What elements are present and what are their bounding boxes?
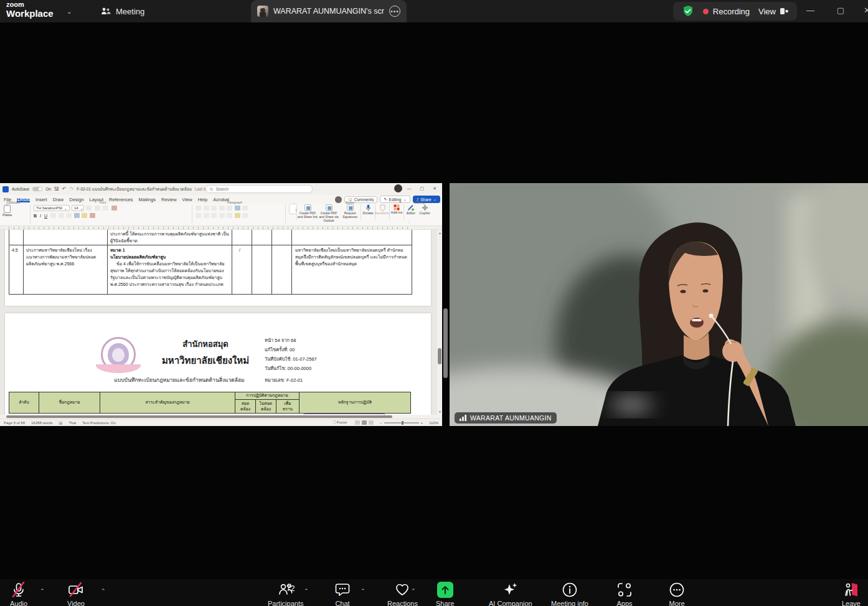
zoom-percent[interactable]: 110% [429, 421, 438, 425]
word-account-avatar[interactable] [394, 184, 402, 192]
chat-button[interactable]: Chat [334, 582, 351, 606]
clear-format-button[interactable] [111, 206, 117, 211]
zoom-slider-thumb[interactable] [402, 421, 403, 425]
addins-button[interactable]: Add-ins [390, 204, 403, 214]
zoom-control[interactable]: −+ [380, 421, 423, 425]
word-hscroll-thumb[interactable] [6, 415, 392, 418]
apps-button[interactable]: Apps [616, 582, 633, 606]
change-case-button[interactable] [103, 206, 108, 211]
line-spacing-button[interactable] [227, 213, 232, 218]
reactions-options-chevron[interactable]: ⌃ [411, 588, 416, 594]
text-predictions[interactable]: Text Predictions: On [82, 421, 116, 425]
grow-font-button[interactable] [86, 206, 92, 211]
sort-button[interactable] [235, 206, 240, 211]
align-left-button[interactable] [196, 213, 201, 218]
participant-video[interactable]: WARARAT AUNMUANGIN [450, 183, 868, 426]
scroll-up-arrow[interactable]: ▲ [438, 231, 441, 235]
word-vertical-scrollbar[interactable]: ▲ ▼ [437, 230, 442, 415]
read-mode-icon[interactable] [355, 420, 360, 425]
page-indicator[interactable]: Page 5 of 68 [4, 421, 25, 425]
word-count[interactable]: 16288 words [31, 421, 52, 425]
meeting-stage: AutoSave On 🖫 ↶ ↷ F-02-01 แบบบันทึกทะเบี… [0, 22, 868, 579]
tab-options-ellipsis-icon[interactable]: ••• [389, 6, 400, 17]
bold-button[interactable]: B [34, 214, 37, 218]
decrease-indent-button[interactable] [219, 206, 225, 211]
superscript-button[interactable] [66, 213, 72, 218]
highlight-button[interactable] [82, 213, 87, 218]
font-color-button[interactable] [90, 213, 95, 218]
create-pdf-share-link-button[interactable]: Create PDF and Share link [297, 204, 318, 219]
chat-options-chevron[interactable]: ⌃ [361, 588, 366, 594]
request-signatures-button[interactable]: Request Signatures [339, 204, 361, 219]
font-name-box[interactable]: TH SarabunPSK⌄ [34, 205, 70, 211]
view-buttons[interactable] [353, 420, 374, 425]
save-icon[interactable]: 🖫 [54, 186, 59, 192]
shading-button[interactable] [235, 213, 240, 218]
window-maximize-button[interactable]: ▢ [837, 6, 844, 15]
copilot-button[interactable]: Copilot [418, 204, 432, 215]
align-right-button[interactable] [211, 213, 217, 218]
increase-indent-button[interactable] [227, 206, 232, 211]
shrink-font-button[interactable] [95, 206, 100, 211]
language-indicator[interactable]: Thai [68, 421, 76, 425]
editor-button[interactable]: Editor [404, 204, 418, 215]
redo-icon[interactable]: ↷ [70, 186, 74, 192]
text-effects-button[interactable] [74, 213, 80, 218]
participants-options-chevron[interactable]: ⌃ [304, 588, 309, 594]
document-canvas[interactable]: ประกาศนี้ ให้คณะกรรมการควบคุมผลิตภัณฑ์ยา… [0, 230, 442, 415]
video-options-chevron[interactable]: ⌃ [101, 588, 106, 594]
subscript-button[interactable] [59, 213, 64, 218]
dictate-button[interactable]: Dictate [361, 204, 375, 215]
video-button[interactable]: Video [67, 582, 85, 606]
window-minimize-button[interactable]: — [806, 6, 814, 15]
bullets-button[interactable] [196, 206, 201, 211]
multilevel-list-button[interactable] [211, 206, 217, 211]
proofing-icon[interactable]: 🕮 [59, 421, 62, 425]
audio-button[interactable]: Audio [10, 582, 27, 606]
workspace-chevron-down-icon[interactable]: ⌄ [67, 8, 72, 15]
search-input[interactable] [216, 187, 308, 191]
word-vscroll-thumb[interactable] [438, 348, 441, 364]
word-window-controls[interactable]: — ▢ ✕ [407, 186, 440, 191]
share-view-scrollbar[interactable] [443, 308, 448, 378]
meeting-info-button[interactable]: Meeting info [551, 582, 588, 606]
meeting-info-label: Meeting info [551, 600, 588, 606]
tab-shared-screen[interactable]: WARARAT AUNMUANGIN's scree ••• [251, 0, 407, 22]
tab-meeting[interactable]: Meeting [95, 0, 151, 22]
essence-policy: นโยบายปลอดผลิตภัณฑ์ยาสูบ [110, 253, 229, 260]
justify-button[interactable] [219, 213, 225, 218]
scroll-down-arrow[interactable]: ▼ [438, 410, 441, 414]
window-close-button[interactable]: ✕ [864, 6, 868, 15]
share-screen-button[interactable]: Share [436, 582, 454, 606]
align-center-button[interactable] [204, 213, 209, 218]
focus-button[interactable]: ⛶ Focus [333, 420, 347, 425]
sensitivity-button[interactable]: Sensitivity [375, 204, 389, 215]
audio-options-chevron[interactable]: ⌃ [40, 588, 45, 594]
view-button[interactable]: View [758, 7, 788, 16]
font-group: TH SarabunPSK⌄ 14⌄ B I U [34, 204, 192, 220]
italic-button[interactable]: I [40, 214, 41, 218]
meeting-tab-label: Meeting [116, 7, 144, 16]
more-button[interactable]: More [669, 582, 685, 606]
borders-button[interactable] [242, 213, 248, 218]
print-layout-icon[interactable] [362, 420, 367, 425]
create-pdf-outlook-button[interactable]: Create PDF and Share via Outlook [318, 204, 339, 222]
show-marks-button[interactable] [242, 206, 248, 211]
strikethrough-button[interactable] [50, 213, 56, 218]
security-shield-icon[interactable] [682, 5, 694, 17]
web-layout-icon[interactable] [369, 420, 374, 425]
ai-companion-button[interactable]: AI Companion [489, 582, 532, 606]
paste-button[interactable]: Paste [2, 204, 12, 217]
zoom-slider[interactable] [384, 422, 419, 424]
mic-muted-icon [11, 582, 27, 598]
leave-button[interactable]: Leave [842, 582, 861, 606]
undo-icon[interactable]: ↶ [62, 186, 67, 192]
numbering-button[interactable] [204, 206, 209, 211]
word-search-box[interactable] [205, 185, 313, 193]
font-size-box[interactable]: 14⌄ [72, 205, 84, 211]
underline-button[interactable]: U [44, 214, 47, 218]
recording-indicator[interactable]: Recording [703, 7, 750, 16]
participants-button[interactable]: Participants [268, 582, 303, 606]
dictate-label: Dictate [363, 211, 374, 215]
autosave-toggle[interactable] [32, 187, 42, 191]
